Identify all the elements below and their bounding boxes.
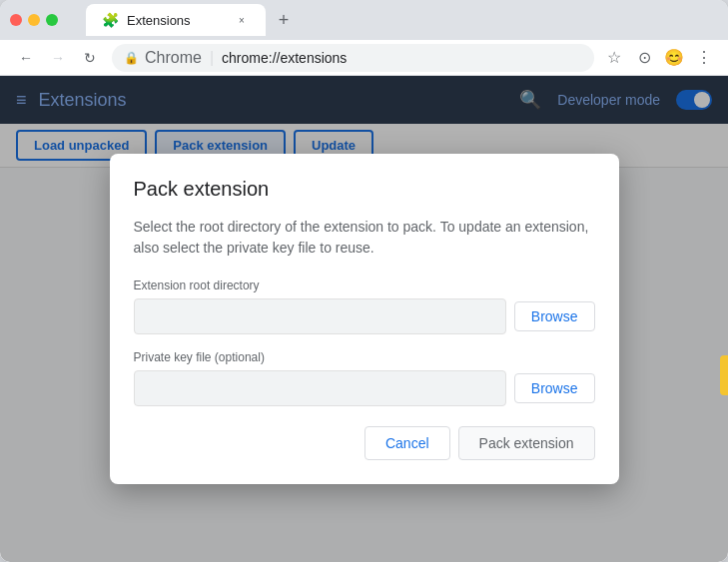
tab-icon: 🧩 xyxy=(102,12,119,28)
minimize-button[interactable] xyxy=(28,14,40,26)
root-directory-field: Extension root directory Browse xyxy=(134,279,595,334)
url-path: chrome://extensions xyxy=(222,50,347,66)
root-dir-row: Browse xyxy=(134,298,595,334)
traffic-lights xyxy=(10,14,58,26)
address-bar: ← → ↻ 🔒 Chrome | chrome://extensions ☆ ⊙… xyxy=(0,40,728,76)
url-separator: | xyxy=(210,49,214,67)
dialog-actions: Cancel Pack extension xyxy=(134,426,595,460)
back-button[interactable]: ← xyxy=(12,44,40,72)
active-tab[interactable]: 🧩 Extensions × xyxy=(86,4,266,36)
pack-extension-dialog: Pack extension Select the root directory… xyxy=(110,154,619,484)
title-bar: 🧩 Extensions × + xyxy=(0,0,728,40)
url-security-icon: 🔒 xyxy=(124,51,139,65)
close-button[interactable] xyxy=(10,14,22,26)
dialog-description: Select the root directory of the extensi… xyxy=(134,217,595,259)
github-button[interactable]: ⊙ xyxy=(632,46,656,70)
root-dir-input[interactable] xyxy=(134,298,506,334)
extensions-page: ≡ Extensions 🔍 Developer mode Load unpac… xyxy=(0,76,728,562)
root-dir-browse-button[interactable]: Browse xyxy=(514,301,595,331)
emoji-button[interactable]: 😊 xyxy=(662,46,686,70)
browser-actions: ☆ ⊙ 😊 ⋮ xyxy=(602,46,716,70)
new-tab-button[interactable]: + xyxy=(270,6,298,34)
cancel-button[interactable]: Cancel xyxy=(364,426,450,460)
menu-button[interactable]: ⋮ xyxy=(692,46,716,70)
root-dir-label: Extension root directory xyxy=(134,279,595,292)
url-bar[interactable]: 🔒 Chrome | chrome://extensions xyxy=(112,44,594,72)
dialog-title: Pack extension xyxy=(134,178,595,201)
pack-extension-confirm-button[interactable]: Pack extension xyxy=(458,426,595,460)
refresh-button[interactable]: ↻ xyxy=(76,44,104,72)
tab-title: Extensions xyxy=(127,13,226,28)
key-file-field: Private key file (optional) Browse xyxy=(134,350,595,406)
key-file-browse-button[interactable]: Browse xyxy=(514,373,595,403)
maximize-button[interactable] xyxy=(46,14,58,26)
url-brand: Chrome xyxy=(145,49,202,67)
right-stripe-decoration xyxy=(720,355,728,395)
modal-overlay: Pack extension Select the root directory… xyxy=(0,76,728,562)
key-file-label: Private key file (optional) xyxy=(134,350,595,364)
tab-bar: 🧩 Extensions × + xyxy=(76,4,718,36)
forward-button[interactable]: → xyxy=(44,44,72,72)
browser-window: 🧩 Extensions × + ← → ↻ 🔒 Chrome | chrome… xyxy=(0,0,728,562)
key-file-row: Browse xyxy=(134,370,595,406)
key-file-input[interactable] xyxy=(134,370,506,406)
tab-close-button[interactable]: × xyxy=(234,12,250,28)
nav-buttons: ← → ↻ xyxy=(12,44,104,72)
bookmark-button[interactable]: ☆ xyxy=(602,46,626,70)
